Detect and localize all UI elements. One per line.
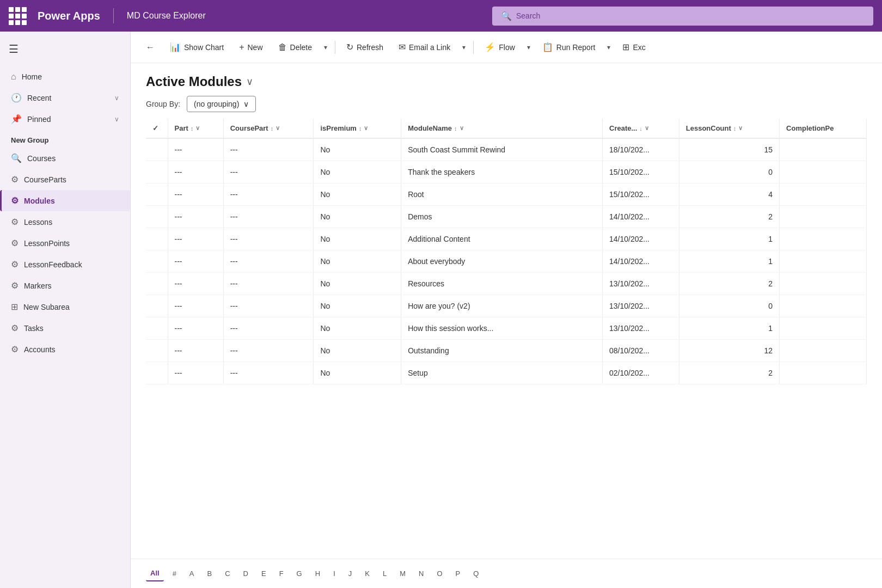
cell-modulename[interactable]: Outstanding [401,340,603,362]
page-letter-all[interactable]: All [146,566,164,581]
row-check[interactable] [146,295,168,317]
topbar-brand[interactable]: Power Apps [38,10,100,22]
sidebar-item-newsubarea[interactable]: ⊞ New Subarea [0,296,130,317]
row-check[interactable] [146,206,168,228]
col-check[interactable]: ✓ [146,119,168,138]
page-letter-c[interactable]: C [220,566,234,581]
report-dropdown[interactable]: ▾ [604,39,614,56]
sidebar-item-modules[interactable]: ⚙ Modules [0,190,130,211]
flow-dropdown[interactable]: ▾ [524,39,534,56]
cell-modulename[interactable]: How are you? (v2) [401,295,603,317]
filter-icon[interactable]: ∨ [275,125,280,132]
page-letter-f[interactable]: F [275,566,288,581]
page-letter-m[interactable]: M [395,566,410,581]
show-chart-button[interactable]: 📊 Show Chart [163,38,230,57]
cell-modulename[interactable]: Demos [401,206,603,228]
search-bar[interactable]: 🔍 [492,7,873,26]
refresh-button[interactable]: ↻ Refresh [340,38,390,57]
table-row[interactable]: --- --- No Resources 13/10/202... 2 [146,273,867,295]
col-created[interactable]: Create... ↓ ∨ [603,119,679,138]
page-letter-e[interactable]: E [257,566,271,581]
table-row[interactable]: --- --- No South Coast Summit Rewind 18/… [146,138,867,161]
row-check[interactable] [146,228,168,250]
table-row[interactable]: --- --- No About everybody 14/10/202... … [146,250,867,273]
page-title-dropdown[interactable]: ∨ [246,76,253,88]
table-row[interactable]: --- --- No Setup 02/10/202... 2 [146,362,867,384]
col-lessoncount[interactable]: LessonCount ↕ ∨ [679,119,779,138]
sidebar-item-pinned[interactable]: 📌 Pinned ∨ [0,108,130,130]
table-row[interactable]: --- --- No Root 15/10/202... 4 [146,183,867,206]
col-part[interactable]: Part ↕ ∨ [168,119,223,138]
col-modulename[interactable]: ModuleName ↕ ∨ [401,119,603,138]
page-letter-d[interactable]: D [239,566,253,581]
page-letter-g[interactable]: G [292,566,307,581]
page-letter-i[interactable]: I [329,566,340,581]
table-row[interactable]: --- --- No Demos 14/10/202... 2 [146,206,867,228]
delete-button[interactable]: 🗑 Delete [272,38,318,57]
cell-modulename[interactable]: South Coast Summit Rewind [401,138,603,161]
table-row[interactable]: --- --- No How this session works... 13/… [146,317,867,340]
table-row[interactable]: --- --- No Additional Content 14/10/202.… [146,228,867,250]
cell-modulename[interactable]: Thank the speakers [401,161,603,183]
row-check[interactable] [146,317,168,340]
col-completionpe[interactable]: CompletionPe [780,119,867,138]
col-ispremium[interactable]: isPremium ↕ ∨ [314,119,401,138]
row-check[interactable] [146,161,168,183]
back-button[interactable]: ← [139,38,161,57]
page-letter-h[interactable]: H [311,566,324,581]
sidebar-item-recent[interactable]: 🕐 Recent ∨ [0,87,130,108]
page-letter-l[interactable]: L [378,566,391,581]
page-letter-a[interactable]: A [185,566,199,581]
filter-icon[interactable]: ∨ [645,125,649,132]
row-check[interactable] [146,362,168,384]
cell-modulename[interactable]: Resources [401,273,603,295]
row-check[interactable] [146,183,168,206]
row-check[interactable] [146,250,168,273]
excel-button[interactable]: ⊞ Exc [616,38,652,57]
cell-modulename[interactable]: Additional Content [401,228,603,250]
filter-icon[interactable]: ∨ [195,125,200,132]
table-row[interactable]: --- --- No Outstanding 08/10/202... 12 [146,340,867,362]
groupby-select[interactable]: (no grouping) ∨ [187,96,256,112]
table-row[interactable]: --- --- No Thank the speakers 15/10/202.… [146,161,867,183]
run-report-button[interactable]: 📋 Run Report [536,38,602,57]
delete-dropdown[interactable]: ▾ [321,39,330,56]
sidebar-menu-icon[interactable]: ☰ [9,38,121,60]
sidebar-item-lessonfeedback[interactable]: ⚙ LessonFeedback [0,254,130,275]
page-letter-p[interactable]: P [451,566,465,581]
sidebar-item-courseparts[interactable]: ⚙ CourseParts [0,169,130,190]
email-dropdown[interactable]: ▾ [459,39,469,56]
table-row[interactable]: --- --- No How are you? (v2) 13/10/202..… [146,295,867,317]
col-coursepart[interactable]: CoursePart ↕ ∨ [223,119,314,138]
page-letter-#[interactable]: # [168,566,181,581]
cell-modulename[interactable]: About everybody [401,250,603,273]
email-link-button[interactable]: ✉ Email a Link [392,38,457,57]
sidebar-item-courses[interactable]: 🔍 Courses [0,148,130,169]
filter-icon[interactable]: ∨ [738,125,743,132]
page-letter-k[interactable]: K [360,566,374,581]
page-letter-j[interactable]: J [344,566,357,581]
page-letter-o[interactable]: O [432,566,446,581]
sidebar-item-accounts[interactable]: ⚙ Accounts [0,339,130,360]
sidebar-section-new-group[interactable]: New Group [0,130,130,148]
new-button[interactable]: + New [232,38,269,57]
cell-modulename[interactable]: Root [401,183,603,206]
page-letter-n[interactable]: N [414,566,428,581]
cell-modulename[interactable]: How this session works... [401,317,603,340]
sidebar-item-lessonpoints[interactable]: ⚙ LessonPoints [0,232,130,254]
search-input[interactable] [516,11,865,20]
sidebar-item-tasks[interactable]: ⚙ Tasks [0,317,130,339]
row-check[interactable] [146,273,168,295]
sidebar-item-markers[interactable]: ⚙ Markers [0,275,130,296]
flow-button[interactable]: ⚡ Flow [478,38,522,57]
page-letter-b[interactable]: B [203,566,217,581]
app-grid-icon[interactable] [9,7,27,25]
row-check[interactable] [146,340,168,362]
sidebar-item-lessons[interactable]: ⚙ Lessons [0,211,130,232]
page-letter-q[interactable]: Q [469,566,483,581]
cell-modulename[interactable]: Setup [401,362,603,384]
row-check[interactable] [146,138,168,161]
filter-icon[interactable]: ∨ [460,125,464,132]
filter-icon[interactable]: ∨ [364,125,368,132]
sidebar-item-home[interactable]: ⌂ Home [0,66,130,87]
